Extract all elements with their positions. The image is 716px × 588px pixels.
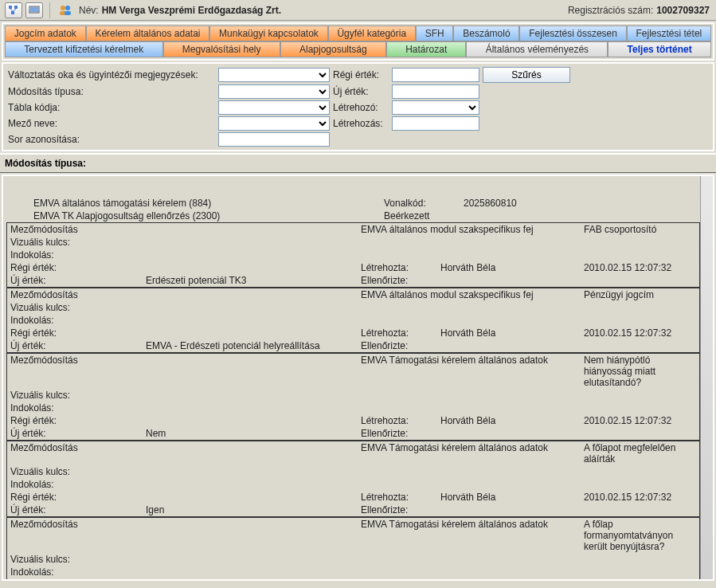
row-id-input[interactable] xyxy=(218,132,330,147)
name-value: HM Verga Veszprémi Erdőgazdaság Zrt. xyxy=(102,5,281,16)
separator xyxy=(49,2,50,18)
filter-label-table-code: Tábla kódja: xyxy=(8,102,215,113)
filter-label-field-name: Mező neve: xyxy=(8,118,215,129)
tab-fejlesztési-összesen[interactable]: Fejlesztési összesen xyxy=(519,25,626,41)
svg-line-3 xyxy=(10,9,13,11)
tab-row-2: Tervezett kifizetési kérelmekMegvalósítá… xyxy=(5,41,711,57)
name-label: Név: xyxy=(79,5,99,16)
reg-value: 1002709327 xyxy=(656,5,710,16)
tab-határozat[interactable]: Határozat xyxy=(386,41,467,57)
tab-sfh[interactable]: SFH xyxy=(416,25,454,41)
svg-line-4 xyxy=(14,9,16,11)
users-icon[interactable] xyxy=(57,2,74,18)
svg-rect-6 xyxy=(30,7,38,12)
filter-panel: Változtatás oka és ügyintézői megjegyzés… xyxy=(2,62,714,151)
summary-line-1a: EMVA általános támogatási kérelem (884) xyxy=(30,197,381,210)
filter-button[interactable]: Szűrés xyxy=(483,67,570,83)
creator-select[interactable] xyxy=(392,100,479,115)
modification-block: MezőmódosításEMVA általános modul szaksp… xyxy=(6,222,700,288)
change-reason-select[interactable] xyxy=(218,68,330,82)
filter-label-new-value: Új érték: xyxy=(333,86,389,97)
tab-jogcím-adatok[interactable]: Jogcím adatok xyxy=(5,25,86,41)
mod-type-select[interactable] xyxy=(218,84,330,99)
svg-point-8 xyxy=(65,6,70,10)
top-toolbar: Név: HM Verga Veszprémi Erdőgazdaság Zrt… xyxy=(0,0,716,21)
summary-received: Beérkezett xyxy=(381,210,460,222)
screen-icon[interactable] xyxy=(25,2,43,18)
summary-barcode-label: Vonalkód: xyxy=(381,197,460,210)
tab-alapjogosultság[interactable]: Alapjogosultság xyxy=(280,41,386,57)
table-code-select[interactable] xyxy=(218,100,330,115)
summary-line-2a: EMVA TK Alapjogosultság ellenőrzés (2300… xyxy=(30,210,381,222)
tab-megvalósítási-hely[interactable]: Megvalósítási hely xyxy=(163,41,280,57)
tab-általános-véleményezés[interactable]: Általános véleményezés xyxy=(466,41,608,57)
modification-block: MezőmódosításEMVA Támogatási kérelem ált… xyxy=(6,441,700,517)
svg-rect-2 xyxy=(11,11,14,14)
filter-label-old-value: Régi érték: xyxy=(333,69,389,80)
modification-block: MezőmódosításEMVA Támogatási kérelem ált… xyxy=(6,517,700,581)
tab-beszámoló[interactable]: Beszámoló xyxy=(453,25,519,41)
field-name-select[interactable] xyxy=(218,116,330,131)
tab-kérelem-általános-adatai[interactable]: Kérelem általános adatai xyxy=(86,25,210,41)
tab-tervezett-kifizetési-kérelmek[interactable]: Tervezett kifizetési kérelmek xyxy=(5,41,163,57)
summary-band: EMVA általános támogatási kérelem (884) … xyxy=(16,176,700,222)
section-title: Módosítás típusa: xyxy=(0,153,716,173)
modification-blocks: MezőmódosításEMVA általános modul szaksp… xyxy=(3,222,713,581)
tab-munkaügyi-kapcsolatok[interactable]: Munkaügyi kapcsolatok xyxy=(209,25,327,41)
tab-container: Jogcím adatokKérelem általános adataiMun… xyxy=(2,22,714,61)
old-value-input[interactable] xyxy=(392,68,479,82)
history-log: EMVA általános támogatási kérelem (884) … xyxy=(2,174,714,581)
reg-label: Regisztrációs szám: xyxy=(568,5,653,16)
filter-label-created: Létrehozás: xyxy=(333,118,389,129)
summary-barcode-value: 2025860810 xyxy=(460,197,604,210)
scrollbar[interactable] xyxy=(700,176,713,579)
tab-row-1: Jogcím adatokKérelem általános adataiMun… xyxy=(5,25,711,41)
filter-label-mod-type: Módosítás típusa: xyxy=(8,86,215,97)
tab-teljes-történet[interactable]: Teljes történet xyxy=(608,41,711,57)
tab-fejlesztési-tétel[interactable]: Fejlesztési tétel xyxy=(627,25,711,41)
tree-icon[interactable] xyxy=(5,2,22,18)
svg-rect-0 xyxy=(9,6,12,9)
tab-ügyfél-kategória[interactable]: Ügyfél kategória xyxy=(328,25,416,41)
svg-rect-1 xyxy=(14,6,18,9)
filter-label-creator: Létrehozó: xyxy=(333,102,389,113)
filter-label-change-reason: Változtatás oka és ügyintézői megjegyzés… xyxy=(8,69,215,80)
svg-rect-10 xyxy=(65,11,71,15)
svg-point-7 xyxy=(61,6,65,10)
new-value-input[interactable] xyxy=(392,84,479,99)
modification-block: MezőmódosításEMVA általános modul szaksp… xyxy=(6,288,700,353)
filter-label-row-id: Sor azonosítása: xyxy=(8,134,215,145)
modification-block: MezőmódosításEMVA Támogatási kérelem ált… xyxy=(6,353,700,441)
created-input[interactable] xyxy=(392,116,479,131)
